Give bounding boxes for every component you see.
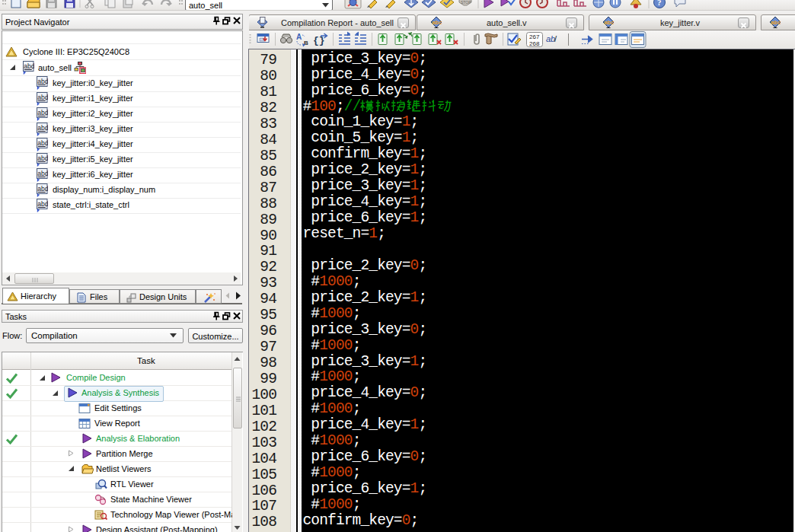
svg-text:B: B [304,40,308,46]
svg-text:STOP: STOP [461,0,471,5]
svg-text:abd: abd [37,155,48,162]
svg-text:abd: abd [37,124,48,132]
svg-text:/: / [554,34,557,43]
svg-text:?: ? [657,0,662,7]
svg-text:abd: abd [24,62,34,70]
svg-text:abc: abc [771,19,781,26]
svg-text:abc: abc [604,19,614,26]
svg-text:abd: abd [37,200,48,208]
svg-text:abd: abd [37,185,48,193]
svg-text:abc: abc [432,19,442,26]
svg-text:267: 267 [529,33,540,40]
svg-text:{}: {} [313,35,325,46]
svg-text:A: A [296,33,302,41]
svg-text:abd: abd [37,94,48,101]
svg-text:268: 268 [529,40,540,47]
svg-text:abd: abd [37,170,48,177]
svg-text:abd: abd [37,78,48,85]
svg-text:abd: abd [37,109,48,116]
svg-text:abd: abd [37,139,48,147]
